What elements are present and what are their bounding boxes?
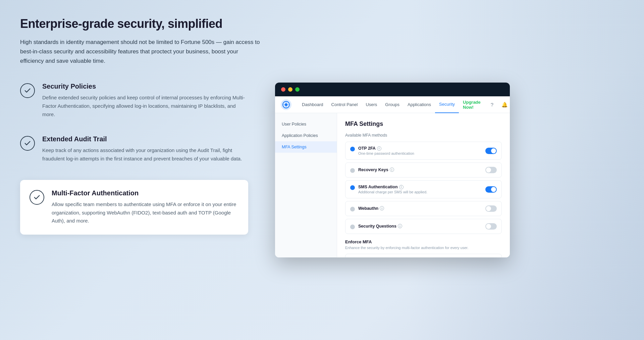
panel-title: MFA Settings [345, 120, 502, 128]
app-logo[interactable] [280, 99, 292, 110]
check-icon-security [20, 83, 35, 98]
feature-text-mfa: Multi-Factor Authentication Allow specif… [52, 189, 239, 225]
bell-icon[interactable]: 🔔 [500, 100, 509, 109]
enforce-desc: Enhance the security by enforcing multi-… [345, 246, 502, 250]
nav-security[interactable]: Security [435, 96, 459, 113]
sq-toggle[interactable] [485, 223, 497, 230]
mfa-method-sms: SMS Authentication i Additional charge p… [345, 180, 502, 198]
recovery-info-icon[interactable]: i [390, 167, 394, 172]
hero-subtitle: High standards in identity management sh… [20, 38, 262, 66]
mfa-webauthn-left: Webauthn i [350, 206, 384, 211]
features-column: Security Policies Define extended securi… [20, 83, 248, 235]
sq-toggle-knob [486, 224, 491, 229]
sms-info: SMS Authentication i Additional charge p… [358, 185, 427, 194]
recovery-toggle-knob [486, 167, 491, 173]
recovery-name: Recovery Keys i [358, 167, 394, 172]
mfa-method-security-questions: Security Questions i [345, 219, 502, 234]
sidebar-item-mfa-settings[interactable]: MFA Settings [275, 141, 337, 153]
otp-name: OTP 2FA i [358, 146, 414, 151]
window-titlebar [275, 83, 510, 96]
sidebar-item-application-policies[interactable]: Application Policies [275, 130, 337, 141]
sms-info-icon[interactable]: i [399, 185, 404, 189]
otp-desc: One-time password authentication [358, 151, 414, 155]
enforce-section: Enforce MFA Enhance the security by enfo… [345, 239, 502, 257]
feature-title-audit: Extended Audit Trail [42, 135, 248, 143]
feature-title-mfa: Multi-Factor Authentication [52, 189, 239, 197]
recovery-indicator [350, 168, 355, 173]
sidebar-item-user-policies[interactable]: User Policies [275, 118, 337, 130]
available-mfa-label: Available MFA methods [345, 133, 502, 138]
webauthn-info: Webauthn i [358, 206, 384, 211]
webauthn-info-icon[interactable]: i [380, 206, 384, 210]
sidebar: User Policies Application Policies MFA S… [275, 113, 337, 257]
mfa-sq-left: Security Questions i [350, 224, 402, 229]
mfa-recovery-left: Recovery Keys i [350, 167, 394, 173]
recovery-info: Recovery Keys i [358, 167, 394, 172]
enforce-title: Enforce MFA [345, 239, 502, 244]
otp-info-icon[interactable]: i [377, 146, 381, 151]
nav-dashboard[interactable]: Dashboard [298, 96, 327, 113]
feature-desc-security: Define extended security policies and ke… [42, 94, 248, 118]
traffic-light-yellow[interactable] [288, 87, 292, 92]
sms-toggle[interactable] [485, 186, 497, 193]
nav-control-panel[interactable]: Control Panel [327, 96, 362, 113]
traffic-light-red[interactable] [281, 87, 285, 92]
feature-mfa: Multi-Factor Authentication Allow specif… [20, 180, 248, 235]
sms-toggle-knob [491, 187, 496, 192]
webauthn-indicator [350, 207, 355, 211]
recovery-toggle[interactable] [485, 167, 497, 173]
check-icon-mfa [30, 190, 44, 205]
sms-desc: Additional charge per SMS will be applie… [358, 190, 427, 194]
app-content: User Policies Application Policies MFA S… [275, 113, 510, 257]
sq-indicator [350, 225, 355, 229]
feature-desc-audit: Keep track of any actions associated wit… [42, 146, 248, 163]
traffic-light-green[interactable] [295, 87, 300, 92]
app-window: Dashboard Control Panel Users Groups App… [275, 83, 510, 257]
feature-desc-mfa: Allow specific team members to authentic… [52, 200, 239, 225]
otp-toggle-knob [491, 148, 496, 153]
sq-info: Security Questions i [358, 224, 402, 229]
sq-info-icon[interactable]: i [398, 224, 402, 228]
webauthn-toggle[interactable] [485, 205, 497, 212]
nav-right-icons: ? 🔔 [487, 100, 509, 109]
sms-name: SMS Authentication i [358, 185, 427, 189]
mfa-method-webauthn: Webauthn i [345, 201, 502, 216]
feature-text-security: Security Policies Define extended securi… [42, 83, 248, 118]
nav-applications[interactable]: Applications [404, 96, 435, 113]
feature-security-policies: Security Policies Define extended securi… [20, 83, 248, 118]
otp-toggle[interactable] [485, 148, 497, 154]
check-icon-audit [20, 136, 35, 151]
sq-name: Security Questions i [358, 224, 402, 229]
nav-items: Dashboard Control Panel Users Groups App… [298, 96, 485, 113]
mfa-method-otp: OTP 2FA i One-time password authenticati… [345, 142, 502, 160]
otp-info: OTP 2FA i One-time password authenticati… [358, 146, 414, 155]
nav-groups[interactable]: Groups [381, 96, 404, 113]
mfa-sms-left: SMS Authentication i Additional charge p… [350, 185, 427, 194]
nav-upgrade[interactable]: Upgrade Now! [459, 100, 485, 110]
feature-title-security: Security Policies [42, 83, 248, 90]
feature-audit-trail: Extended Audit Trail Keep track of any a… [20, 135, 248, 163]
webauthn-toggle-knob [486, 206, 491, 211]
webauthn-name: Webauthn i [358, 206, 384, 211]
main-panel: MFA Settings Available MFA methods OTP 2… [337, 113, 510, 257]
nav-users[interactable]: Users [362, 96, 381, 113]
mfa-method-enforce: Enforce MFA If you enforce multi factor … [345, 254, 502, 257]
mfa-method-recovery: Recovery Keys i [345, 162, 502, 178]
hero-title: Enterprise-grade security, simplified [20, 17, 624, 31]
sms-indicator [350, 185, 355, 190]
feature-text-audit: Extended Audit Trail Keep track of any a… [42, 135, 248, 163]
mfa-otp-left: OTP 2FA i One-time password authenticati… [350, 146, 414, 155]
otp-indicator [350, 147, 355, 151]
help-icon[interactable]: ? [487, 100, 497, 109]
window-nav: Dashboard Control Panel Users Groups App… [275, 96, 510, 113]
